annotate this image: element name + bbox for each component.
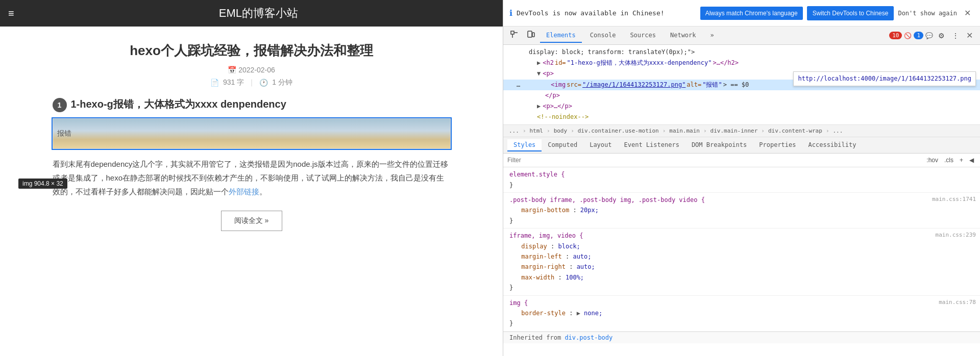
devtools-close-button[interactable]: ✕ <box>963 30 976 41</box>
match-language-button[interactable]: Always match Chrome's language <box>700 7 803 20</box>
svg-rect-3 <box>528 31 532 37</box>
article-image: 报错 <box>53 118 451 149</box>
word-count: 931 字 <box>223 78 244 87</box>
dom-line-5: ▶ <p>…</p> <box>503 101 980 112</box>
svg-rect-0 <box>511 31 514 34</box>
add-style-button[interactable]: + <box>958 156 965 165</box>
article-container: hexo个人踩坑经验，报错解决办法和整理 📅 2022-02-06 📄 931 … <box>42 27 461 246</box>
notification-bar: ℹ DevTools is now available in Chinese! … <box>503 0 980 27</box>
tab-elements[interactable]: Elements <box>540 29 582 43</box>
hov-button[interactable]: :hov <box>924 156 940 165</box>
url-tooltip: http://localhost:4000/image/1/1644132253… <box>793 71 976 86</box>
css-source-239[interactable]: main.css:239 <box>936 231 976 240</box>
tab-network[interactable]: Network <box>664 29 702 43</box>
breadcrumb-content-wrap[interactable]: div.content-wrap <box>767 127 824 135</box>
tab-computed[interactable]: Computed <box>542 139 583 151</box>
device-toolbar-button[interactable] <box>524 29 538 42</box>
tab-more[interactable]: » <box>704 29 720 43</box>
img-size-tooltip: img 904.8 × 32 <box>18 179 67 189</box>
article-stats: 📄 931 字 ｜ 🕐 1 分钟 <box>53 78 451 87</box>
css-rule-element-style: element.style { } <box>503 167 980 193</box>
dont-show-link[interactable]: Don't show again <box>898 10 957 17</box>
breadcrumb-more[interactable]: ... <box>831 127 845 135</box>
breadcrumb-container[interactable]: div.container.use-motion <box>576 127 660 135</box>
filter-input[interactable] <box>507 157 920 164</box>
page-content: img 904.8 × 32 hexo个人踩坑经验，报错解决办法和整理 📅 20… <box>0 27 503 356</box>
tab-dom-breakpoints[interactable]: DOM Breakpoints <box>685 139 753 151</box>
breadcrumb-main[interactable]: main.main <box>668 127 701 135</box>
dom-line-6: <!--noindex--> <box>503 112 980 122</box>
info-icon: ℹ <box>509 8 512 18</box>
filter-bar: :hov .cls + ◀ <box>503 154 980 167</box>
article-body: 看到末尾有dependency这几个字，其实就不用管它了，这类报错是因为node… <box>53 157 451 198</box>
article-title: hexo个人踩坑经验，报错解决办法和整理 <box>53 42 451 60</box>
tab-console[interactable]: Console <box>584 29 622 43</box>
breadcrumb-main-inner[interactable]: div.main-inner <box>709 127 760 135</box>
devtools-panel: ℹ DevTools is now available in Chinese! … <box>503 0 980 356</box>
read-time: 1 分钟 <box>272 78 292 87</box>
tab-layout[interactable]: Layout <box>583 139 618 151</box>
breadcrumb-html[interactable]: html <box>528 127 545 135</box>
settings-button[interactable]: ⚙ <box>935 30 948 42</box>
error-count-badge: 10 <box>889 32 902 39</box>
dom-line-2: ▶ <h2 id= "1-hexo-g报错，大体格式为xxxx-denpende… <box>503 58 980 68</box>
css-rule-iframe-img-video: iframe, img, video { main.css:239 displa… <box>503 228 980 295</box>
img-src-link[interactable]: /image/1/1644132253127.png <box>586 81 682 88</box>
dom-line-1: display: block; transform: translateY(0p… <box>503 47 980 58</box>
img-alt-text: 报错 <box>57 129 71 138</box>
more-options-button[interactable]: ⋮ <box>950 30 961 42</box>
switch-chinese-button[interactable]: Switch DevTools to Chinese <box>807 6 894 20</box>
css-rule-img: img { main.css:78 border-style : ▶ none;… <box>503 296 980 332</box>
browser-viewport: ≡ EML的博客小站 img 904.8 × 32 hexo个人踩坑经验，报错解… <box>0 0 503 356</box>
browser-toolbar: ≡ EML的博客小站 <box>0 0 503 27</box>
doc-icon: 📄 <box>210 79 219 87</box>
read-more-button[interactable]: 阅读全文 » <box>221 211 282 231</box>
styles-content: :hov .cls + ◀ element.style { } .post-bo… <box>503 154 980 356</box>
dom-tree: display: block; transform: translateY(0p… <box>503 45 980 125</box>
warning-icon: 💬 <box>925 32 933 39</box>
css-source-78[interactable]: main.css:78 <box>939 298 976 308</box>
warning-count-badge: 1 <box>914 32 923 39</box>
css-rule-post-body-img: .post-body iframe, .post-body img, .post… <box>503 193 980 228</box>
cls-button[interactable]: .cls <box>942 156 955 165</box>
calendar-icon: 📅 <box>228 66 236 74</box>
error-icon: 🚫 <box>904 32 912 39</box>
hamburger-icon[interactable]: ≡ <box>8 8 14 19</box>
collapse-button[interactable]: ◀ <box>967 156 976 165</box>
styles-tabs: Styles Computed Layout Event Listeners D… <box>503 137 980 154</box>
external-link[interactable]: 外部链接 <box>229 187 259 196</box>
dom-line-4: </p> <box>503 90 980 101</box>
notification-text: DevTools is now available in Chinese! <box>517 9 696 17</box>
devtools-toolbar: Elements Console Sources Network » 10 🚫 … <box>503 27 980 45</box>
breadcrumb-ellipsis[interactable]: ... <box>507 127 521 135</box>
inspect-element-button[interactable] <box>507 29 522 42</box>
css-source-1741[interactable]: main.css:1741 <box>932 195 976 205</box>
border-style-toggle[interactable]: ▶ <box>577 310 584 317</box>
clock-icon: 🕐 <box>259 79 268 87</box>
breadcrumb-bar: ... › html › body › div.container.use-mo… <box>503 125 980 137</box>
article-meta: 📅 2022-02-06 <box>53 66 451 74</box>
body-text-2: 。 <box>259 187 267 196</box>
inherited-label: Inherited from div.post-body <box>503 332 980 343</box>
tab-properties[interactable]: Properties <box>753 139 802 151</box>
article-date: 2022-02-06 <box>238 66 275 74</box>
svg-rect-4 <box>532 33 534 37</box>
breadcrumb-body[interactable]: body <box>552 127 569 135</box>
notification-close-button[interactable]: ✕ <box>961 7 974 19</box>
tab-event-listeners[interactable]: Event Listeners <box>618 139 685 151</box>
tab-accessibility[interactable]: Accessibility <box>802 139 863 151</box>
tab-sources[interactable]: Sources <box>624 29 662 43</box>
section-number: 1 <box>53 98 67 112</box>
section-heading: 11-hexo-g报错，大体格式为xxxx denpendency <box>53 97 451 112</box>
inherited-class[interactable]: div.post-body <box>565 334 612 341</box>
site-title: EML的博客小站 <box>22 6 495 21</box>
tab-styles[interactable]: Styles <box>507 139 542 151</box>
